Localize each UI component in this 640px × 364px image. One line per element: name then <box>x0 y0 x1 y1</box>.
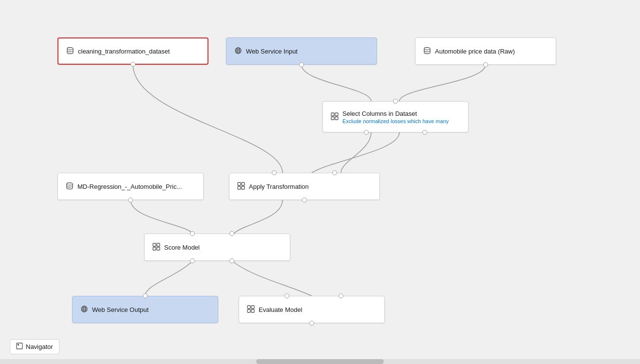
port-select-bottom-left[interactable] <box>364 130 369 135</box>
dataset-icon-auto <box>423 47 431 56</box>
svg-rect-26 <box>251 306 254 309</box>
node-md-label: MD-Regression_-_Automobile_Pric... <box>77 183 182 190</box>
connection-md-to-score <box>131 200 193 234</box>
node-evaluate-model[interactable]: Evaluate Model <box>239 296 385 323</box>
svg-rect-14 <box>238 186 241 189</box>
port-select-bottom-right[interactable] <box>422 130 427 135</box>
globe-icon-output <box>80 305 88 314</box>
connection-apply-to-score <box>234 200 282 234</box>
grid-icon-select <box>331 112 339 122</box>
node-select-label: Select Columns in Dataset <box>342 110 449 117</box>
port-apply-top-right[interactable] <box>332 170 337 175</box>
svg-rect-18 <box>153 247 156 250</box>
node-cleaning-label: cleaning_transformation_dataset <box>78 48 170 55</box>
node-apply-label: Apply Transformation <box>249 183 309 190</box>
connection-cleaning-to-apply <box>133 65 282 173</box>
port-score-top-left[interactable] <box>190 231 195 236</box>
dataset-icon-md <box>66 182 74 191</box>
grid-icon-eval <box>247 305 255 314</box>
node-cleaning-dataset[interactable]: cleaning_transformation_dataset <box>57 37 208 65</box>
connection-score-to-wso <box>145 261 193 296</box>
port-wso-top[interactable] <box>143 293 148 298</box>
svg-rect-28 <box>251 309 254 312</box>
svg-rect-13 <box>242 182 245 185</box>
horizontal-scrollbar[interactable] <box>0 359 640 364</box>
port-md-bottom[interactable] <box>128 198 133 202</box>
port-eval-top-left[interactable] <box>284 293 289 298</box>
node-wsi-label: Web Service Input <box>246 48 298 55</box>
node-score-model[interactable]: Score Model <box>144 234 290 261</box>
svg-rect-12 <box>238 182 241 185</box>
dataset-icon <box>66 47 74 56</box>
svg-point-0 <box>67 47 73 50</box>
node-select-subtitle: Exclude normalized losses which have man… <box>342 118 449 124</box>
connection-select-to-apply-1 <box>341 132 371 173</box>
node-md-regression[interactable]: MD-Regression_-_Automobile_Pric... <box>57 173 204 200</box>
port-wsi-bottom[interactable] <box>299 62 304 67</box>
grid-icon-apply <box>237 182 245 191</box>
svg-rect-8 <box>335 113 338 116</box>
node-automobile-price[interactable]: Automobile price data (Raw) <box>415 37 556 65</box>
port-apply-bottom[interactable] <box>302 198 307 202</box>
port-score-bottom-left[interactable] <box>190 258 195 263</box>
pipeline-canvas: cleaning_transformation_dataset Web Serv… <box>0 0 640 364</box>
connection-auto-to-select <box>399 65 486 101</box>
svg-rect-30 <box>18 344 19 346</box>
svg-point-6 <box>424 47 430 50</box>
node-select-content: Select Columns in Dataset Exclude normal… <box>342 110 449 124</box>
port-eval-bottom[interactable] <box>309 321 314 326</box>
port-select-top[interactable] <box>393 99 398 104</box>
node-wso-label: Web Service Output <box>92 306 149 313</box>
node-apply-transformation[interactable]: Apply Transformation <box>229 173 380 200</box>
node-score-label: Score Model <box>164 244 200 251</box>
svg-rect-27 <box>247 309 250 312</box>
scrollbar-thumb[interactable] <box>256 359 384 364</box>
node-select-columns[interactable]: Select Columns in Dataset Exclude normal… <box>322 101 469 132</box>
connection-score-to-eval <box>232 261 312 296</box>
svg-rect-7 <box>331 113 334 116</box>
svg-rect-19 <box>157 247 160 250</box>
port-eval-top-right[interactable] <box>339 293 343 298</box>
navigator-label: Navigator <box>26 343 53 350</box>
node-web-service-output[interactable]: Web Service Output <box>72 296 218 323</box>
svg-point-11 <box>67 182 73 185</box>
svg-rect-9 <box>331 117 334 120</box>
connection-wsi-to-select <box>301 65 371 101</box>
svg-rect-16 <box>153 243 156 246</box>
port-apply-top-left[interactable] <box>272 170 277 175</box>
navigator-icon <box>16 343 23 351</box>
node-web-service-input[interactable]: Web Service Input <box>226 37 377 65</box>
svg-rect-10 <box>335 117 338 120</box>
grid-icon-score <box>152 243 160 252</box>
connection-select-to-apply-2 <box>312 132 399 173</box>
port-auto-bottom[interactable] <box>483 62 488 67</box>
port-score-top-right[interactable] <box>229 231 234 236</box>
navigator-button[interactable]: Navigator <box>10 339 59 354</box>
port-cleaning-bottom[interactable] <box>131 62 135 67</box>
svg-rect-17 <box>157 243 160 246</box>
node-auto-label: Automobile price data (Raw) <box>435 48 515 55</box>
globe-icon-input <box>234 47 242 56</box>
svg-rect-15 <box>242 186 245 189</box>
svg-rect-25 <box>247 306 250 309</box>
port-score-bottom-right[interactable] <box>229 258 234 263</box>
node-eval-label: Evaluate Model <box>259 306 302 313</box>
svg-rect-29 <box>17 343 22 349</box>
